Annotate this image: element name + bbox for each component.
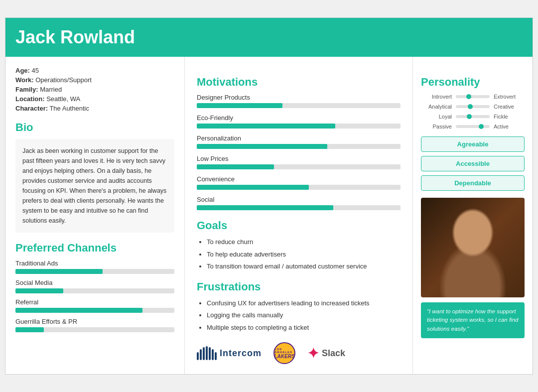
channel-bar-fill xyxy=(15,308,142,313)
intercom-label: Intercom xyxy=(220,348,262,359)
character-row: Character: The Authentic xyxy=(15,105,174,112)
motivation-bar-bg xyxy=(197,124,401,129)
motivation-label: Convenience xyxy=(197,175,401,183)
header: Jack Rowland xyxy=(5,18,533,57)
bio-title: Bio xyxy=(15,121,174,134)
quote-box: "I want to optimize how the support tick… xyxy=(421,302,525,338)
frustrations-title: Frustrations xyxy=(197,280,401,293)
scale-label-right: Fickle xyxy=(494,114,525,120)
channel-label: Referral xyxy=(15,298,174,306)
motivation-item: Convenience xyxy=(197,175,401,190)
motivation-bar-fill xyxy=(197,103,282,108)
bio-text: Jack as been working in customer support… xyxy=(22,146,167,226)
main-content: Age: 45 Work: Operations/Support Family:… xyxy=(5,57,533,374)
trait-badge: Dependable xyxy=(421,175,525,191)
trait-badge: Agreeable xyxy=(421,136,525,152)
motivation-bar-bg xyxy=(197,205,401,210)
channel-bar-bg xyxy=(15,308,174,313)
scale-label-left: Introvert xyxy=(421,94,452,100)
scale-label-left: Passive xyxy=(421,124,452,130)
motivation-item: Low Prices xyxy=(197,155,401,169)
scale-track xyxy=(456,125,490,128)
frustration-item: Logging the calls manually xyxy=(207,310,401,320)
channel-bar-bg xyxy=(15,327,174,332)
intercom-brand: Intercom xyxy=(197,346,262,360)
mid-column: Motivations Designer Products Eco-Friend… xyxy=(185,57,413,374)
channel-item: Traditional Ads xyxy=(15,260,174,274)
info-block: Age: 45 Work: Operations/Support Family:… xyxy=(15,67,174,112)
location-row: Location: Seattle, WA xyxy=(15,95,174,103)
channel-item: Referral xyxy=(15,298,174,313)
motivation-item: Personalization xyxy=(197,134,401,149)
brands-row: Intercom LOS ANGELES LAKERS ✦ Slack xyxy=(197,342,401,364)
motivation-bar-fill xyxy=(197,144,327,149)
scale-label-right: Creative xyxy=(494,104,525,110)
motivations-list: Designer Products Eco-Friendly Personali… xyxy=(197,94,401,210)
scale-label-left: Analytical xyxy=(421,104,452,110)
scale-label-right: Extrovert xyxy=(494,94,525,100)
work-row: Work: Operations/Support xyxy=(15,76,174,84)
scale-dot xyxy=(479,124,484,129)
scale-row: Analytical Creative xyxy=(421,104,525,110)
personality-title: Personality xyxy=(421,76,525,89)
motivation-bar-bg xyxy=(197,103,401,108)
channel-bar-fill xyxy=(15,327,44,332)
goal-item: To help educate advertisers xyxy=(207,250,401,260)
motivation-item: Social xyxy=(197,196,401,210)
scale-track xyxy=(456,115,490,118)
scale-row: Introvert Extrovert xyxy=(421,94,525,100)
channel-bar-bg xyxy=(15,288,174,293)
motivation-label: Personalization xyxy=(197,134,401,142)
goals-title: Goals xyxy=(197,219,401,232)
channel-label: Traditional Ads xyxy=(15,260,174,267)
channel-item: Social Media xyxy=(15,279,174,293)
slack-brand: ✦ Slack xyxy=(307,345,345,362)
slack-icon: ✦ xyxy=(307,345,319,362)
personality-scales: Introvert Extrovert Analytical Creative … xyxy=(421,94,525,130)
motivation-bar-fill xyxy=(197,164,274,169)
scale-dot xyxy=(468,104,473,109)
scale-track xyxy=(456,95,490,98)
motivations-title: Motivations xyxy=(197,76,401,89)
profile-photo-inner xyxy=(421,198,525,297)
channels-list: Traditional Ads Social Media Referral Gu… xyxy=(15,260,174,332)
goal-item: To reduce churn xyxy=(207,237,401,247)
frustrations-list: Confusing UX for advertisers leading to … xyxy=(197,298,401,333)
family-row: Family: Married xyxy=(15,86,174,93)
scale-dot xyxy=(466,94,471,99)
lakers-brand: LOS ANGELES LAKERS xyxy=(273,342,295,364)
scale-label-left: Loyal xyxy=(421,114,452,120)
channel-bar-fill xyxy=(15,269,103,274)
frustration-item: Multiple steps to completing a ticket xyxy=(207,323,401,333)
traits-block: AgreeableAccessibleDependable xyxy=(421,136,525,191)
motivation-bar-fill xyxy=(197,205,333,210)
motivation-bar-bg xyxy=(197,164,401,169)
channel-bar-fill xyxy=(15,288,63,293)
scale-track xyxy=(456,105,490,108)
motivation-item: Designer Products xyxy=(197,94,401,108)
channel-label: Social Media xyxy=(15,279,174,286)
trait-badge: Accessible xyxy=(421,156,525,171)
motivation-label: Low Prices xyxy=(197,155,401,162)
channel-label: Guerrilla Efforts & PR xyxy=(15,318,174,325)
scale-row: Passive Active xyxy=(421,124,525,130)
motivation-bar-bg xyxy=(197,185,401,190)
motivation-bar-fill xyxy=(197,185,309,190)
page-wrapper: Jack Rowland Age: 45 Work: Operations/Su… xyxy=(5,17,533,375)
motivation-label: Social xyxy=(197,196,401,203)
scale-label-right: Active xyxy=(494,124,525,130)
quote-text: "I want to optimize how the support tick… xyxy=(427,307,519,333)
profile-photo xyxy=(421,198,525,297)
channels-title: Preferred Channels xyxy=(15,242,174,255)
goal-item: To transition toward email / automated c… xyxy=(207,261,401,271)
goals-list: To reduce churnTo help educate advertise… xyxy=(197,237,401,271)
bio-box: Jack as been working in customer support… xyxy=(15,139,174,233)
scale-dot xyxy=(467,114,472,119)
channel-bar-bg xyxy=(15,269,174,274)
age-row: Age: 45 xyxy=(15,67,174,74)
lakers-icon: LOS ANGELES LAKERS xyxy=(273,342,295,364)
intercom-icon xyxy=(197,346,217,360)
motivation-label: Eco-Friendly xyxy=(197,114,401,122)
right-column: Personality Introvert Extrovert Analytic… xyxy=(413,57,533,374)
slack-label: Slack xyxy=(322,348,345,359)
